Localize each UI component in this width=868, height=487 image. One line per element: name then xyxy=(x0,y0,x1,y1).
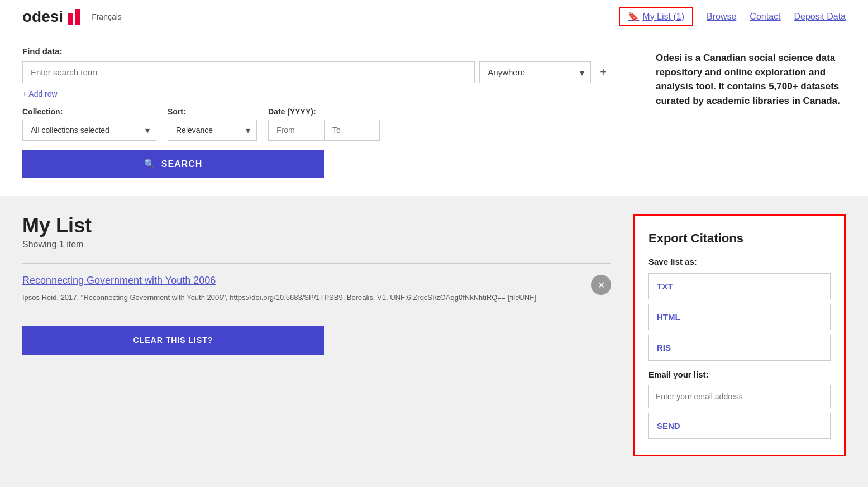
my-list-button[interactable]: 🔖 My List (1) xyxy=(619,7,693,26)
logo-bar-2 xyxy=(75,9,80,25)
search-button[interactable]: 🔍 SEARCH xyxy=(22,150,324,178)
browse-link[interactable]: Browse xyxy=(707,12,736,22)
search-input[interactable] xyxy=(22,61,475,83)
clear-list-button[interactable]: CLEAR THIS LIST? xyxy=(22,326,324,355)
my-list-subtitle: Showing 1 item xyxy=(22,240,611,250)
language-link[interactable]: Français xyxy=(92,12,122,21)
collection-wrapper: All collections selected xyxy=(22,120,156,141)
list-item-citation: Ipsos Reid, 2017, "Reconnecting Governme… xyxy=(22,292,584,303)
txt-export-button[interactable]: TXT xyxy=(648,273,831,299)
email-input[interactable] xyxy=(648,385,831,408)
save-as-label: Save list as: xyxy=(648,257,831,266)
date-group: Date (YYYY): xyxy=(268,107,380,141)
html-export-button[interactable]: HTML xyxy=(648,304,831,330)
description-area: Odesi is a Canadian social science data … xyxy=(633,33,868,196)
logo-bar-1 xyxy=(68,13,73,25)
date-to-input[interactable] xyxy=(324,120,380,141)
date-label: Date (YYYY): xyxy=(268,107,380,116)
search-icon: 🔍 xyxy=(144,159,156,169)
plus-button[interactable]: + xyxy=(595,64,611,81)
search-area: Find data: Anywhere Title Author Abstrac… xyxy=(0,33,633,196)
send-button[interactable]: SEND xyxy=(648,413,831,439)
logo-icon xyxy=(68,9,80,25)
filters-row: Collection: All collections selected Sor… xyxy=(22,107,611,141)
list-item-title[interactable]: Reconnecting Government with Youth 2006 xyxy=(22,275,584,287)
add-row-link[interactable]: + Add row xyxy=(22,89,58,98)
deposit-link[interactable]: Deposit Data xyxy=(794,12,846,22)
email-label: Email your list: xyxy=(648,370,831,379)
my-list-title: My List xyxy=(22,214,611,237)
my-list-section: My List Showing 1 item Reconnecting Gove… xyxy=(22,214,611,456)
remove-icon[interactable]: ✕ xyxy=(591,275,611,295)
header: odesi Français 🔖 My List (1) Browse Cont… xyxy=(0,0,868,33)
ris-export-button[interactable]: RIS xyxy=(648,335,831,361)
date-from-input[interactable] xyxy=(268,120,324,141)
nav-links: 🔖 My List (1) Browse Contact Deposit Dat… xyxy=(619,7,846,26)
list-item: Reconnecting Government with Youth 2006 … xyxy=(22,263,611,314)
search-btn-label: SEARCH xyxy=(161,159,203,169)
sort-select[interactable]: Relevance Date Title xyxy=(168,120,257,141)
export-title: Export Citations xyxy=(648,231,831,246)
description-text: Odesi is a Canadian social science data … xyxy=(656,51,846,108)
sort-label: Sort: xyxy=(168,107,257,116)
find-data-label: Find data: xyxy=(22,46,611,56)
collection-label: Collection: xyxy=(22,107,156,116)
collection-group: Collection: All collections selected xyxy=(22,107,156,141)
bottom-layout: My List Showing 1 item Reconnecting Gove… xyxy=(0,196,868,474)
bookmark-icon: 🔖 xyxy=(628,11,639,22)
anywhere-select[interactable]: Anywhere Title Author Abstract Keywords xyxy=(479,61,591,83)
logo-text: odesi xyxy=(22,8,63,26)
my-list-label: My List (1) xyxy=(642,12,684,22)
search-row: Anywhere Title Author Abstract Keywords … xyxy=(22,61,611,83)
date-inputs xyxy=(268,120,380,141)
sort-group: Sort: Relevance Date Title xyxy=(168,107,257,141)
collection-select[interactable]: All collections selected xyxy=(22,120,156,141)
contact-link[interactable]: Contact xyxy=(750,12,780,22)
list-item-content: Reconnecting Government with Youth 2006 … xyxy=(22,275,584,303)
sort-wrapper: Relevance Date Title xyxy=(168,120,257,141)
logo-area: odesi Français xyxy=(22,8,122,26)
top-layout: Find data: Anywhere Title Author Abstrac… xyxy=(0,33,868,196)
anywhere-wrapper: Anywhere Title Author Abstract Keywords xyxy=(479,61,591,83)
export-panel: Export Citations Save list as: TXT HTML … xyxy=(633,214,846,456)
